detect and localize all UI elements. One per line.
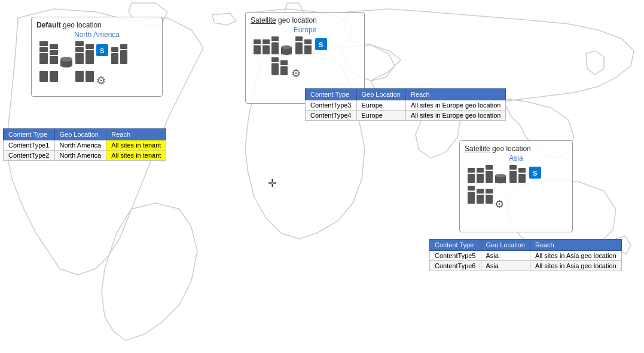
svg-rect-49: [486, 171, 493, 183]
svg-rect-22: [75, 71, 84, 82]
cell-content-type: ContentType4: [306, 110, 357, 121]
svg-rect-17: [111, 47, 118, 52]
svg-rect-18: [120, 50, 127, 64]
svg-rect-19: [120, 44, 127, 49]
na-server-icons: S ⚙: [36, 41, 150, 89]
cell-reach: All sites in Asia geo location: [530, 251, 621, 261]
table-north-america: Content Type Geo Location Reach ContentT…: [3, 128, 166, 161]
eu-col-geo-location: Geo Location: [356, 89, 405, 100]
asia-icons-area: S ⚙: [465, 165, 567, 225]
na-box-subtitle: North America: [36, 30, 157, 39]
svg-rect-11: [75, 41, 84, 46]
svg-rect-62: [477, 195, 484, 204]
svg-rect-3: [50, 56, 58, 64]
svg-rect-12: [86, 50, 94, 64]
table-row: ContentType5AsiaAll sites in Asia geo lo…: [430, 251, 622, 261]
north-america-geo-box: Default geo location North America: [31, 17, 163, 97]
svg-text:S: S: [100, 47, 104, 54]
cell-geo-location: North America: [54, 140, 106, 151]
svg-rect-37: [304, 39, 312, 44]
cell-reach: All sites in Asia geo location: [530, 261, 621, 271]
svg-rect-10: [75, 47, 84, 52]
svg-rect-28: [263, 39, 270, 44]
eu-server-icons: S ⚙: [251, 36, 349, 96]
table-row: ContentType3EuropeAll sites in Europe ge…: [306, 100, 506, 110]
svg-rect-23: [86, 71, 94, 82]
svg-text:⚙: ⚙: [96, 75, 106, 87]
cell-reach: All sites in Europe geo location: [405, 100, 505, 110]
asia-box-subtitle: Asia: [465, 154, 567, 162]
svg-rect-0: [39, 53, 48, 64]
table-row: ContentType6AsiaAll sites in Asia geo lo…: [430, 261, 622, 271]
cell-content-type: ContentType2: [4, 151, 55, 161]
svg-rect-40: [271, 63, 279, 75]
svg-rect-48: [477, 168, 484, 173]
na-col-reach: Reach: [106, 129, 166, 140]
cell-content-type: ContentType1: [4, 140, 55, 151]
svg-rect-47: [477, 174, 484, 183]
cell-reach: All sites in tenant: [106, 151, 166, 161]
svg-rect-57: [518, 168, 526, 173]
cell-reach: All sites in tenant: [106, 140, 166, 151]
svg-rect-16: [111, 53, 118, 64]
table-asia: Content Type Geo Location Reach ContentT…: [429, 239, 622, 271]
asia-col-reach: Reach: [530, 240, 621, 251]
svg-rect-65: [486, 189, 493, 194]
asia-server-icons: S ⚙: [465, 165, 563, 225]
svg-rect-63: [477, 189, 484, 194]
svg-rect-55: [509, 165, 517, 170]
svg-rect-26: [254, 39, 261, 44]
cell-geo-location: Asia: [481, 261, 530, 271]
svg-rect-54: [509, 171, 517, 183]
asia-col-geo-location: Geo Location: [481, 240, 530, 251]
svg-rect-4: [50, 50, 58, 55]
svg-rect-13: [86, 44, 94, 49]
cell-content-type: ContentType3: [306, 100, 357, 110]
svg-rect-2: [39, 41, 48, 46]
svg-rect-43: [280, 60, 288, 65]
svg-rect-30: [271, 36, 279, 41]
table-row: ContentType1North AmericaAll sites in te…: [4, 140, 166, 151]
asia-col-content-type: Content Type: [430, 240, 481, 251]
na-box-title: Default geo location: [36, 21, 157, 29]
eu-col-reach: Reach: [405, 89, 505, 100]
svg-rect-27: [263, 45, 270, 54]
svg-rect-41: [271, 57, 279, 62]
cell-geo-location: Europe: [356, 110, 405, 121]
cell-geo-location: North America: [54, 151, 106, 161]
svg-rect-21: [50, 71, 58, 82]
svg-text:S: S: [533, 170, 537, 177]
svg-rect-61: [468, 186, 475, 191]
na-col-geo-location: Geo Location: [54, 129, 106, 140]
table-row: ContentType2North AmericaAll sites in te…: [4, 151, 166, 161]
na-col-content-type: Content Type: [4, 129, 55, 140]
svg-rect-29: [271, 42, 279, 54]
cell-content-type: ContentType6: [430, 261, 481, 271]
svg-rect-60: [468, 192, 475, 204]
svg-text:S: S: [319, 41, 323, 48]
svg-rect-50: [486, 165, 493, 170]
cell-geo-location: Europe: [356, 100, 405, 110]
eu-box-title: Satellite geo location: [251, 16, 359, 24]
svg-point-53: [495, 174, 506, 177]
svg-point-8: [60, 57, 72, 62]
svg-rect-45: [468, 174, 475, 183]
na-icons-area: S ⚙: [36, 41, 157, 89]
eu-box-subtitle: Europe: [251, 26, 359, 34]
svg-rect-25: [254, 45, 261, 54]
svg-rect-1: [39, 47, 48, 52]
asia-geo-box: Satellite geo location Asia S: [459, 140, 573, 232]
svg-rect-46: [468, 168, 475, 173]
svg-rect-5: [50, 44, 58, 49]
svg-rect-42: [280, 66, 288, 75]
cell-geo-location: Asia: [481, 251, 530, 261]
svg-rect-9: [75, 53, 84, 64]
eu-icons-area: S ⚙: [251, 36, 359, 96]
cell-content-type: ContentType5: [430, 251, 481, 261]
table-europe: Content Type Geo Location Reach ContentT…: [305, 88, 506, 121]
svg-point-33: [281, 45, 292, 49]
svg-rect-20: [39, 71, 48, 82]
asia-box-title: Satellite geo location: [465, 145, 567, 153]
svg-rect-35: [295, 36, 303, 41]
svg-rect-34: [295, 42, 303, 54]
